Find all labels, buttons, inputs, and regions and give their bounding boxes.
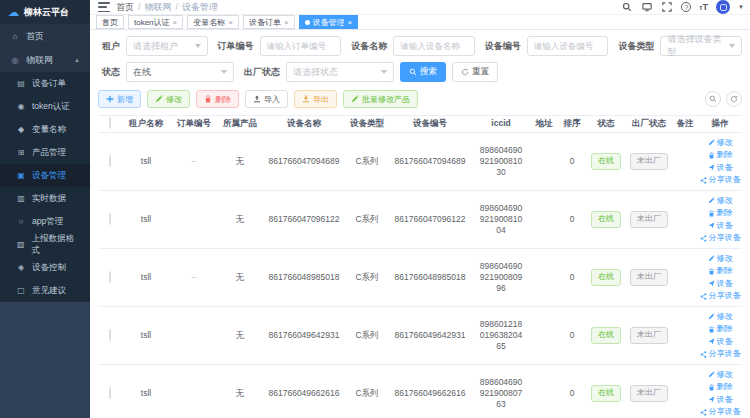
cell-order-no (170, 219, 218, 221)
column-header: 订单编号 (170, 117, 218, 130)
factory-status-select[interactable]: 请选择状态 (286, 62, 394, 82)
close-icon[interactable]: × (284, 18, 289, 27)
tenant-select[interactable]: 请选择租户 (126, 36, 208, 56)
tab-设备订单[interactable]: 设备订单× (243, 15, 295, 29)
导入-button[interactable]: 导入 (245, 90, 288, 108)
action-设备[interactable]: 设备 (708, 221, 733, 231)
action-删除[interactable]: 删除 (708, 382, 733, 392)
close-icon[interactable]: × (173, 18, 178, 27)
sidebar-item-设备订单[interactable]: ▤设备订单 (0, 72, 90, 95)
font-size-icon[interactable]: тT (699, 2, 708, 12)
column-header: 设备编号 (388, 117, 472, 130)
action-设备[interactable]: 设备 (708, 163, 733, 173)
question-icon[interactable]: ? (681, 2, 691, 12)
cell-product: 无 (218, 271, 262, 284)
fullscreen-icon[interactable] (661, 1, 673, 13)
sidebar-item-产品管理[interactable]: ⊞产品管理 (0, 141, 90, 164)
table-body: tsll -- 无 861766047094689 C系列 8617660470… (98, 133, 742, 418)
action-删除[interactable]: 删除 (708, 150, 733, 160)
reset-button-label: 重置 (472, 66, 489, 78)
action-分享设备[interactable]: 分享设备 (700, 349, 741, 359)
search-toggle-icon[interactable] (705, 91, 721, 107)
sidebar-item-label: 物联网 (26, 54, 53, 67)
status-badge: 在线 (591, 269, 621, 285)
status-select[interactable]: 在线 (126, 62, 234, 82)
order-no-input[interactable] (267, 41, 335, 51)
column-header: 设备类型 (346, 117, 388, 130)
action-label: 设备 (717, 279, 733, 289)
导出-button[interactable]: 导出 (294, 90, 337, 108)
sidebar-item-设备管理[interactable]: ▣设备管理 (0, 164, 90, 187)
删除-button[interactable]: 删除 (196, 90, 239, 108)
cell-tenant: tsll (122, 271, 170, 284)
breadcrumb-current: 设备管理 (182, 1, 218, 14)
sidebar-toggle-icon[interactable] (98, 2, 110, 12)
tab-token认证[interactable]: token认证× (128, 15, 183, 29)
sidebar-item-home[interactable]: ⌂ 首页 (0, 24, 90, 48)
action-设备[interactable]: 设备 (708, 395, 733, 405)
edit-icon (708, 197, 715, 204)
search-button[interactable]: 搜索 (400, 62, 446, 82)
edit-icon (708, 139, 715, 146)
report-format-icon: ▧ (16, 240, 26, 249)
device-no-input[interactable] (534, 41, 602, 51)
action-删除[interactable]: 删除 (708, 324, 733, 334)
column-header: 操作 (698, 117, 742, 130)
action-删除[interactable]: 删除 (708, 266, 733, 276)
caret-down-icon[interactable]: ▼ (738, 4, 744, 10)
toolbar-right (705, 91, 742, 107)
tab-设备管理[interactable]: 设备管理× (299, 15, 359, 29)
button-label: 新增 (117, 94, 133, 105)
close-icon[interactable]: × (228, 18, 233, 27)
action-分享设备[interactable]: 分享设备 (700, 233, 741, 243)
reset-button[interactable]: 重置 (452, 62, 498, 82)
edit-icon (708, 313, 715, 320)
column-header: 状态 (586, 117, 626, 130)
action-修改[interactable]: 修改 (708, 138, 733, 148)
sidebar-item-app管理[interactable]: ○app管理 (0, 210, 90, 233)
row-checkbox[interactable] (109, 387, 111, 399)
sidebar-item-上报数据格式[interactable]: ▧上报数据格式 (0, 233, 90, 256)
avatar[interactable] (716, 0, 730, 14)
row-checkbox[interactable] (109, 329, 111, 341)
iot-icon: ◎ (10, 56, 20, 65)
action-修改[interactable]: 修改 (708, 370, 733, 380)
sidebar-item-设备控制[interactable]: ◈设备控制 (0, 256, 90, 279)
action-删除[interactable]: 删除 (708, 208, 733, 218)
breadcrumb-home[interactable]: 首页 (116, 1, 134, 14)
action-分享设备[interactable]: 分享设备 (700, 175, 741, 185)
action-修改[interactable]: 修改 (708, 196, 733, 206)
select-all-checkbox[interactable] (109, 117, 111, 129)
device-type-select[interactable]: 请选择设备类型 (660, 36, 742, 56)
sidebar-item-iot[interactable]: ◎ 物联网 ▲ (0, 48, 90, 72)
action-设备[interactable]: 设备 (708, 337, 733, 347)
device-name-input[interactable] (400, 41, 468, 51)
monitor-icon[interactable] (641, 1, 653, 13)
批量修改产品-button[interactable]: 批量修改产品 (343, 90, 418, 108)
sidebar-item-token认证[interactable]: ◉token认证 (0, 95, 90, 118)
tab-首页[interactable]: 首页 (96, 15, 124, 29)
close-icon[interactable]: × (348, 18, 353, 27)
delete-icon (204, 95, 212, 103)
refresh-icon[interactable] (726, 91, 742, 107)
sidebar-item-意见建议[interactable]: ▢意见建议 (0, 279, 90, 302)
action-设备[interactable]: 设备 (708, 279, 733, 289)
cell-product: 无 (218, 213, 262, 226)
sidebar-item-变量名称[interactable]: ◆变量名称 (0, 118, 90, 141)
search-icon[interactable] (621, 1, 633, 13)
tab-变量名称[interactable]: 变量名称× (187, 15, 239, 29)
variable-icon: ◆ (16, 125, 26, 134)
action-修改[interactable]: 修改 (708, 254, 733, 264)
action-分享设备[interactable]: 分享设备 (700, 291, 741, 301)
app-icon: ○ (16, 217, 26, 226)
cell-sort: 0 (558, 213, 586, 226)
修改-button[interactable]: 修改 (147, 90, 190, 108)
tab-label: 设备订单 (249, 17, 281, 28)
action-分享设备[interactable]: 分享设备 (700, 407, 741, 417)
action-修改[interactable]: 修改 (708, 312, 733, 322)
row-checkbox[interactable] (109, 155, 111, 167)
row-checkbox[interactable] (109, 213, 111, 225)
row-checkbox[interactable] (109, 271, 111, 283)
新增-button[interactable]: 新增 (98, 90, 141, 108)
sidebar-item-实时数据[interactable]: ▥实时数据 (0, 187, 90, 210)
